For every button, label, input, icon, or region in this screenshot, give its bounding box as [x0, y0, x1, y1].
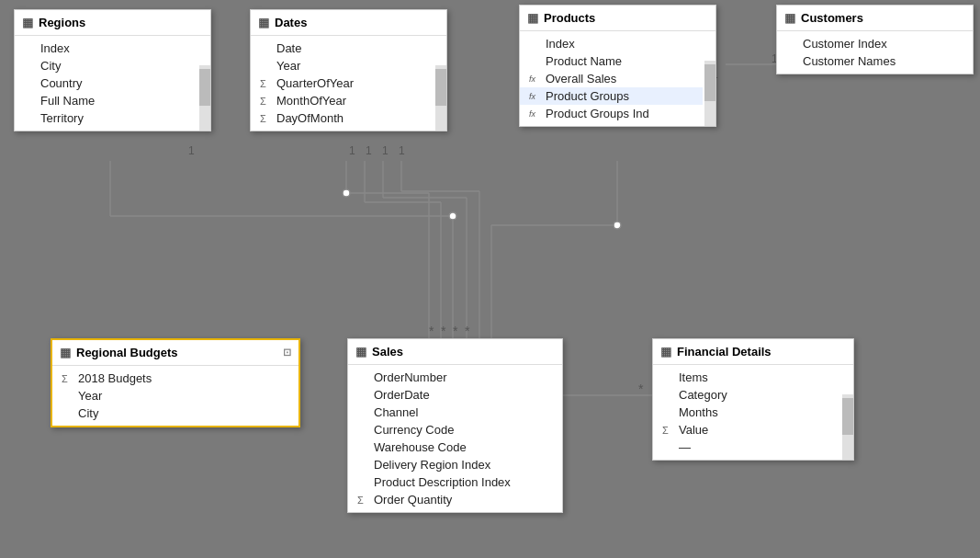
- table-row: ΣValue: [653, 421, 840, 438]
- financial-details-scrollbar[interactable]: [842, 394, 853, 460]
- sales-table: ▦ Sales OrderNumber OrderDate Channel Cu…: [347, 338, 563, 513]
- sales-title: Sales: [372, 345, 403, 359]
- regional-budgets-header: ▦ Regional Budgets ⊡: [52, 340, 299, 366]
- table-row: ΣOrder Quantity: [348, 491, 562, 508]
- table-row: Year: [52, 387, 299, 404]
- table-row: Channel: [348, 404, 562, 421]
- svg-text:*: *: [465, 324, 470, 338]
- table-icon: ▦: [660, 345, 671, 359]
- financial-details-body: Items Category Months ΣValue —: [653, 365, 853, 460]
- svg-point-33: [449, 212, 456, 220]
- products-header: ▦ Products: [520, 6, 715, 31]
- resize-icon[interactable]: ⊡: [283, 347, 291, 359]
- table-icon: ▦: [22, 16, 33, 29]
- table-row: Date: [251, 40, 434, 57]
- table-icon: ▦: [355, 345, 366, 359]
- products-scrollbar[interactable]: [704, 61, 715, 126]
- table-icon: ▦: [784, 11, 795, 25]
- products-table: ▦ Products Index Product Name fxOverall …: [519, 5, 716, 127]
- svg-text:1: 1: [188, 144, 195, 157]
- financial-details-table: ▦ Financial Details Items Category Month…: [652, 338, 854, 461]
- customers-title: Customers: [801, 11, 863, 25]
- table-icon: ▦: [60, 346, 71, 359]
- sales-body: OrderNumber OrderDate Channel Currency C…: [348, 365, 562, 512]
- dates-table: ▦ Dates Date Year ΣQuarterOfYear ΣMonthO…: [250, 9, 447, 131]
- table-row: Σ2018 Budgets: [52, 370, 299, 387]
- svg-text:*: *: [429, 324, 434, 338]
- svg-text:*: *: [441, 324, 446, 338]
- table-row: Product Name: [520, 52, 703, 70]
- table-row: Country: [15, 74, 197, 92]
- regions-scrollbar[interactable]: [199, 65, 210, 131]
- dates-body: Date Year ΣQuarterOfYear ΣMonthOfYear ΣD…: [251, 36, 446, 131]
- table-row: OrderNumber: [348, 369, 562, 386]
- table-row: Category: [653, 386, 840, 404]
- table-row: fxOverall Sales: [520, 70, 703, 87]
- svg-point-32: [343, 189, 350, 197]
- customers-header: ▦ Customers: [777, 6, 973, 31]
- sales-header: ▦ Sales: [348, 339, 562, 365]
- dates-title: Dates: [275, 16, 307, 29]
- regional-budgets-table: ▦ Regional Budgets ⊡ Σ2018 Budgets Year …: [51, 338, 300, 427]
- svg-point-34: [614, 222, 621, 229]
- table-row: OrderDate: [348, 386, 562, 404]
- table-row: ΣQuarterOfYear: [251, 74, 434, 92]
- regions-title: Regions: [39, 16, 85, 29]
- svg-text:1: 1: [382, 144, 389, 157]
- dates-header: ▦ Dates: [251, 10, 446, 36]
- table-icon: ▦: [527, 11, 538, 25]
- table-row: Currency Code: [348, 421, 562, 438]
- table-row: ΣMonthOfYear: [251, 92, 434, 109]
- products-body: Index Product Name fxOverall Sales fxPro…: [520, 31, 715, 126]
- table-row: ΣDayOfMonth: [251, 109, 434, 127]
- svg-text:1: 1: [349, 144, 355, 157]
- table-row: Index: [520, 35, 703, 52]
- customers-body: Customer Index Customer Names: [777, 31, 973, 74]
- table-row: Index: [15, 40, 197, 57]
- svg-text:1: 1: [399, 144, 405, 157]
- table-row: Year: [251, 57, 434, 74]
- regions-body: Index City Country Full Name Territory: [15, 36, 210, 131]
- regions-header: ▦ Regions: [15, 10, 210, 36]
- svg-text:1: 1: [366, 144, 372, 157]
- table-row: fxProduct Groups: [520, 87, 703, 105]
- table-row: —: [653, 438, 840, 456]
- table-row: City: [52, 404, 299, 422]
- svg-text:*: *: [453, 324, 458, 338]
- table-row: Customer Names: [777, 52, 973, 70]
- table-row: Customer Index: [777, 35, 973, 52]
- customers-table: ▦ Customers Customer Index Customer Name…: [776, 5, 974, 74]
- table-row: City: [15, 57, 197, 74]
- products-title: Products: [544, 11, 595, 25]
- regional-budgets-body: Σ2018 Budgets Year City: [52, 366, 299, 426]
- table-icon: ▦: [258, 16, 269, 29]
- table-row: Product Description Index: [348, 473, 562, 491]
- financial-details-title: Financial Details: [677, 345, 772, 359]
- table-row: Months: [653, 404, 840, 421]
- svg-text:*: *: [638, 381, 644, 396]
- table-row: Full Name: [15, 92, 197, 109]
- dates-scrollbar[interactable]: [435, 65, 446, 131]
- financial-details-header: ▦ Financial Details: [653, 339, 853, 365]
- table-row: Delivery Region Index: [348, 456, 562, 473]
- table-row: Warehouse Code: [348, 438, 562, 456]
- regions-table: ▦ Regions Index City Country Full Name T…: [14, 9, 211, 131]
- table-row: fxProduct Groups Ind: [520, 105, 703, 122]
- regional-budgets-title: Regional Budgets: [76, 346, 178, 359]
- table-row: Territory: [15, 109, 197, 127]
- table-row: Items: [653, 369, 840, 386]
